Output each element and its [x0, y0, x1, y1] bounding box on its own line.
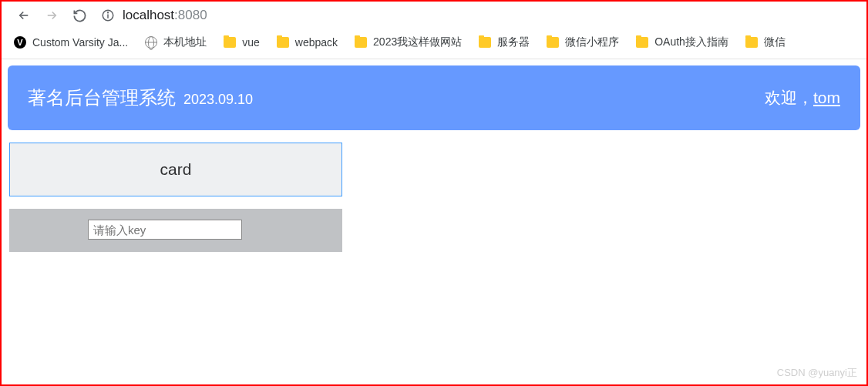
url-host: localhost	[123, 8, 174, 22]
bookmark-item[interactable]: VCustom Varsity Ja...	[14, 36, 128, 49]
svg-point-2	[108, 12, 109, 13]
bookmark-label: vue	[242, 36, 260, 49]
card-label: card	[160, 160, 192, 178]
header-date: 2023.09.10	[183, 92, 253, 108]
page-title: 著名后台管理系统	[28, 86, 176, 110]
bookmark-label: 2023我这样做网站	[373, 35, 462, 49]
bookmark-item[interactable]: 微信小程序	[547, 35, 619, 49]
bookmark-item[interactable]: 2023我这样做网站	[355, 35, 462, 49]
header-left: 著名后台管理系统 2023.09.10	[28, 86, 253, 110]
reload-icon[interactable]	[72, 8, 87, 23]
url-port: :8080	[174, 8, 207, 22]
bookmark-label: 服务器	[497, 35, 530, 49]
bookmark-item[interactable]: webpack	[277, 36, 338, 49]
bookmark-label: 微信	[764, 35, 786, 49]
folder-icon	[479, 37, 491, 48]
folder-icon	[547, 37, 559, 48]
bookmark-label: 微信小程序	[565, 35, 619, 49]
bookmark-item[interactable]: vue	[224, 36, 260, 49]
page-content: 著名后台管理系统 2023.09.10 欢迎，tom card	[0, 65, 868, 252]
bookmark-item[interactable]: 服务器	[479, 35, 530, 49]
bookmark-bar: VCustom Varsity Ja... 本机地址 vue webpack 2…	[0, 34, 868, 59]
folder-icon	[355, 37, 367, 48]
key-input-box	[9, 209, 342, 252]
card-box: card	[9, 143, 342, 196]
watermark: CSDN @yuanyi正	[777, 366, 857, 380]
header-banner: 著名后台管理系统 2023.09.10 欢迎，tom	[8, 65, 860, 130]
bookmark-label: Custom Varsity Ja...	[32, 36, 128, 49]
site-info-icon[interactable]	[101, 8, 115, 22]
folder-icon	[224, 37, 236, 48]
bookmark-item[interactable]: 本机地址	[145, 35, 207, 49]
varsity-icon: V	[14, 36, 26, 49]
header-right: 欢迎，tom	[765, 87, 840, 109]
bookmark-label: 本机地址	[163, 35, 207, 49]
folder-icon	[745, 37, 758, 48]
user-link[interactable]: tom	[813, 89, 840, 106]
globe-icon	[145, 36, 157, 49]
key-input[interactable]	[88, 220, 242, 240]
folder-icon	[636, 37, 648, 48]
forward-icon	[45, 8, 59, 22]
welcome-text: 欢迎，	[765, 89, 813, 106]
bookmark-label: OAuth接入指南	[654, 35, 728, 49]
back-icon[interactable]	[17, 8, 31, 22]
bookmark-item[interactable]: OAuth接入指南	[636, 35, 728, 49]
bookmark-item[interactable]: 微信	[745, 35, 786, 49]
browser-nav-bar: localhost:8080	[0, 0, 868, 34]
address-bar[interactable]: localhost:8080	[101, 8, 207, 23]
bookmark-label: webpack	[295, 36, 338, 49]
folder-icon	[277, 37, 289, 48]
